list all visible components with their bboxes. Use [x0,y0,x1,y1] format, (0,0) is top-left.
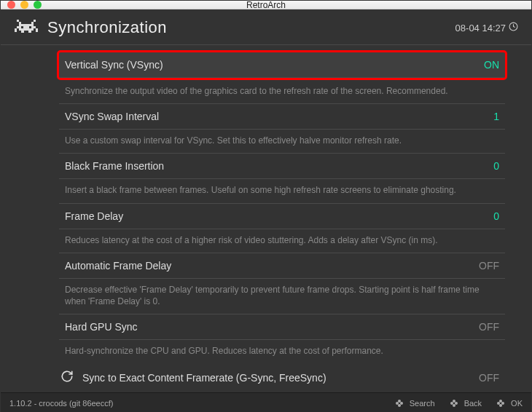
svg-rect-5 [17,26,36,28]
ok-button[interactable]: OK [495,399,523,408]
svg-rect-7 [29,26,31,28]
svg-point-17 [398,404,401,407]
window: RetroArch Synchronization 08-04 14:27 [0,0,532,412]
setting-vsync[interactable]: Vertical Sync (VSync) ON [59,52,505,78]
back-button[interactable]: Back [448,399,482,408]
svg-point-21 [453,404,455,407]
setting-sync-exact-framerate[interactable]: Sync to Exact Content Framerate (G-Sync,… [59,363,505,392]
setting-desc: Reduces latency at the cost of a higher … [59,229,505,253]
setting-value: 0 [493,160,499,172]
setting-frame-delay[interactable]: Frame Delay 0 [59,204,505,229]
svg-point-16 [398,400,401,403]
setting-label: Frame Delay [65,210,123,222]
setting-vsync-swap-interval[interactable]: VSync Swap Interval 1 [59,104,505,130]
svg-rect-1 [34,20,36,22]
svg-point-15 [400,402,403,405]
svg-point-23 [501,402,504,405]
setting-value: ON [484,59,499,71]
app: Synchronization 08-04 14:27 Vertical Syn… [1,9,531,412]
setting-label: VSync Swap Interval [65,111,159,122]
window-title: RetroArch [1,0,531,10]
invader-icon [14,18,39,37]
setting-black-frame-insertion[interactable]: Black Frame Insertion 0 [59,154,505,179]
svg-rect-3 [31,22,34,24]
svg-rect-9 [36,28,38,32]
setting-value: OFF [479,372,499,384]
setting-desc: Hard-synchronize the CPU and GPU. Reduce… [59,340,505,363]
setting-value: OFF [479,321,499,333]
svg-point-25 [499,404,502,407]
svg-rect-2 [19,22,21,24]
svg-rect-8 [15,28,17,32]
setting-label: Hard GPU Sync [65,321,138,333]
gamepad-icon [448,399,460,408]
back-label: Back [464,399,482,408]
page-title: Synchronization [47,18,167,37]
setting-label: Vertical Sync (VSync) [65,59,163,71]
gamepad-icon [495,399,506,408]
setting-desc: Synchronize the output video of the grap… [59,80,505,104]
ok-label: OK [511,399,523,408]
setting-value: OFF [479,260,499,272]
search-button[interactable]: Search [394,399,435,408]
setting-automatic-frame-delay[interactable]: Automatic Frame Delay OFF [59,253,505,279]
refresh-icon [60,370,74,386]
setting-label: Black Frame Insertion [65,160,164,172]
svg-rect-0 [17,20,19,22]
setting-label: Sync to Exact Content Framerate (G-Sync,… [82,372,326,384]
gamepad-icon [394,399,405,408]
version-text: 1.10.2 - crocods (git 86eeccf) [9,399,113,408]
svg-point-18 [450,402,453,405]
svg-rect-4 [19,24,34,26]
datetime-text: 08-04 14:27 [455,23,506,33]
svg-rect-10 [19,28,34,31]
setting-hard-gpu-sync[interactable]: Hard GPU Sync OFF [59,314,505,340]
search-label: Search [410,399,435,408]
header: Synchronization 08-04 14:27 [1,9,531,45]
svg-point-24 [499,400,502,403]
svg-rect-11 [21,31,24,33]
svg-rect-6 [21,26,23,28]
svg-point-20 [453,400,455,403]
setting-desc: Decrease effective 'Frame Delay' tempora… [59,279,505,314]
footer: 1.10.2 - crocods (git 86eeccf) Search Ba… [1,392,531,412]
titlebar: RetroArch [1,1,531,9]
datetime: 08-04 14:27 [455,22,518,33]
setting-desc: Insert a black frame between frames. Use… [59,179,505,203]
footer-actions: Search Back OK [394,399,523,408]
svg-rect-12 [28,31,31,33]
clock-icon [509,22,518,33]
setting-desc: Use a custom swap interval for VSync. Se… [59,130,505,154]
setting-label: Automatic Frame Delay [65,260,171,272]
svg-point-22 [497,402,500,405]
svg-point-14 [396,402,399,405]
setting-value: 0 [493,210,499,222]
settings-list: Vertical Sync (VSync) ON Synchronize the… [1,45,531,392]
setting-value: 1 [493,111,499,122]
svg-point-19 [455,402,458,405]
